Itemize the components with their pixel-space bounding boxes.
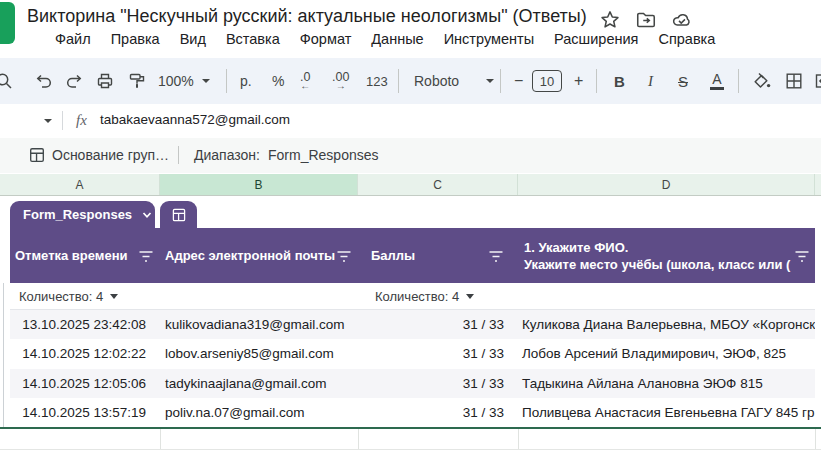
- cell-score[interactable]: 31 / 33: [358, 398, 518, 427]
- redo-icon[interactable]: [64, 58, 84, 104]
- filter-icon[interactable]: [138, 250, 154, 263]
- cell-score[interactable]: 31 / 33: [358, 310, 518, 339]
- table-header-row: Отметка времени Адрес электронной почты …: [10, 228, 815, 283]
- merge-cells-icon[interactable]: [814, 58, 821, 104]
- filter-icon[interactable]: [488, 250, 504, 263]
- cell-fio[interactable]: Куликова Диана Валерьевна, МБОУ «Коргонс…: [518, 310, 815, 339]
- count-summary-c[interactable]: Количество: 4: [375, 283, 474, 309]
- menu-file[interactable]: Файл: [55, 31, 91, 47]
- cell-fio[interactable]: Тадыкина Айлана Алановна ЭЮФ 815: [518, 369, 815, 398]
- filter-icon[interactable]: [794, 250, 810, 263]
- cell-email[interactable]: kulikovadiana319@gmail.com: [160, 310, 358, 339]
- format-currency-button[interactable]: р.: [240, 58, 252, 104]
- chevron-down-icon[interactable]: [140, 208, 154, 222]
- borders-icon[interactable]: [784, 58, 804, 104]
- cell-timestamp[interactable]: 14.10.2025 13:57:19: [10, 398, 160, 427]
- cell-email[interactable]: poliv.na.07@gmail.com: [160, 398, 358, 427]
- cell-timestamp[interactable]: 14.10.2025 12:05:06: [10, 369, 160, 398]
- menu-extensions[interactable]: Расширения: [554, 31, 638, 47]
- menu-edit[interactable]: Правка: [111, 31, 160, 47]
- paint-format-icon[interactable]: [127, 58, 147, 104]
- table-body: 13.10.2025 23:42:08 kulikovadiana319@gma…: [10, 310, 815, 427]
- formula-bar[interactable]: fx tabakaevaanna572@gmail.com: [0, 104, 821, 137]
- cell-score[interactable]: 31 / 33: [358, 339, 518, 368]
- table-icon: [28, 146, 46, 164]
- title-bar: Викторина "Нескучный русский: актуальные…: [0, 0, 821, 57]
- column-header-d[interactable]: D: [518, 174, 815, 195]
- chevron-down-icon: [110, 294, 118, 299]
- table-icon: [171, 207, 187, 223]
- search-icon[interactable]: [0, 58, 14, 104]
- toolbar: 100% р. % .0← .00→ 123 Roboto − 10 + B I…: [0, 58, 821, 104]
- header-cell-email[interactable]: Адрес электронной почты: [160, 228, 358, 283]
- column-header-b[interactable]: B: [160, 174, 358, 195]
- menu-view[interactable]: Вид: [180, 31, 206, 47]
- chevron-down-icon: [202, 79, 210, 83]
- menu-help[interactable]: Справка: [658, 31, 715, 47]
- print-icon[interactable]: [95, 58, 115, 104]
- move-to-folder-icon[interactable]: [635, 9, 657, 31]
- cell-fio[interactable]: Поливцева Анастасия Евгеньевна ГАГУ 845 …: [518, 398, 815, 427]
- star-icon[interactable]: [599, 9, 621, 31]
- cell-email[interactable]: tadykinaajlana@gmail.com: [160, 369, 358, 398]
- format-percent-button[interactable]: %: [272, 58, 284, 104]
- chevron-down-icon: [486, 79, 494, 83]
- font-select[interactable]: Roboto: [414, 58, 494, 104]
- decrease-font-size-button[interactable]: −: [514, 58, 523, 104]
- table-row[interactable]: 14.10.2025 13:57:19 poliv.na.07@gmail.co…: [10, 398, 815, 427]
- grouping-label[interactable]: Основание груп…: [52, 147, 169, 163]
- fx-icon: fx: [76, 112, 87, 129]
- header-cell-time[interactable]: Отметка времени: [10, 228, 160, 283]
- menu-bar: Файл Правка Вид Вставка Формат Данные Ин…: [55, 31, 715, 47]
- table-row[interactable]: 14.10.2025 12:02:22 lobov.arseniy85@gmai…: [10, 339, 815, 368]
- table-tab-label: Form_Responses: [23, 207, 132, 222]
- cell-timestamp[interactable]: 13.10.2025 23:42:08: [10, 310, 160, 339]
- undo-icon[interactable]: [34, 58, 54, 104]
- fill-color-icon[interactable]: [752, 58, 772, 104]
- cloud-saved-icon[interactable]: [671, 9, 693, 31]
- count-summary-a[interactable]: Количество: 4: [19, 283, 118, 309]
- table-bottom-border: [0, 427, 821, 429]
- table-view-tab[interactable]: [160, 201, 197, 228]
- document-title[interactable]: Викторина "Нескучный русский: актуальные…: [27, 6, 587, 27]
- range-value[interactable]: Form_Responses: [268, 147, 379, 163]
- table-summary-row: Количество: 4 Количество: 4: [10, 283, 815, 310]
- menu-tools[interactable]: Инструменты: [444, 31, 534, 47]
- sheets-logo-icon: [0, 2, 15, 44]
- decrease-decimal-button[interactable]: .0←: [300, 58, 310, 104]
- menu-data[interactable]: Данные: [371, 31, 423, 47]
- menu-format[interactable]: Формат: [300, 31, 352, 47]
- formula-input[interactable]: tabakaevaanna572@gmail.com: [100, 112, 290, 127]
- table-row[interactable]: 13.10.2025 23:42:08 kulikovadiana319@gma…: [10, 310, 815, 339]
- chevron-down-icon: [466, 294, 474, 299]
- column-header-c[interactable]: C: [358, 174, 518, 195]
- italic-button[interactable]: I: [648, 58, 653, 104]
- table-tab[interactable]: Form_Responses: [10, 201, 155, 228]
- increase-decimal-button[interactable]: .00→: [332, 58, 349, 104]
- strikethrough-button[interactable]: S: [678, 58, 688, 104]
- table-row[interactable]: 14.10.2025 12:05:06 tadykinaajlana@gmail…: [10, 369, 815, 398]
- filter-icon[interactable]: [336, 250, 352, 263]
- cell-timestamp[interactable]: 14.10.2025 12:02:22: [10, 339, 160, 368]
- bold-button[interactable]: B: [614, 58, 625, 104]
- column-header-a[interactable]: A: [0, 174, 160, 195]
- table-info-bar: Основание груп… Диапазон: Form_Responses: [0, 138, 821, 173]
- menu-insert[interactable]: Вставка: [226, 31, 280, 47]
- row-gutter-line: [3, 283, 4, 427]
- zoom-select[interactable]: 100%: [158, 58, 210, 104]
- increase-font-size-button[interactable]: +: [574, 58, 583, 104]
- column-header-strip: A B C D: [0, 174, 821, 196]
- header-cell-fio[interactable]: 1. Укажите ФИО. Укажите место учёбы (шко…: [518, 228, 815, 283]
- more-formats-button[interactable]: 123: [366, 58, 388, 104]
- range-label: Диапазон:: [194, 147, 260, 163]
- name-box-chevron-icon[interactable]: [44, 119, 52, 123]
- cell-fio[interactable]: Лобов Арсений Владимирович, ЭЮФ, 825: [518, 339, 815, 368]
- cell-score[interactable]: 31 / 33: [358, 369, 518, 398]
- text-color-button[interactable]: A: [710, 58, 724, 104]
- column-header-e-sliver[interactable]: [815, 174, 821, 195]
- font-size-input[interactable]: 10: [532, 58, 562, 104]
- text-color-bar: [710, 87, 724, 90]
- cell-email[interactable]: lobov.arseniy85@gmail.com: [160, 339, 358, 368]
- header-cell-score[interactable]: Баллы: [358, 228, 518, 283]
